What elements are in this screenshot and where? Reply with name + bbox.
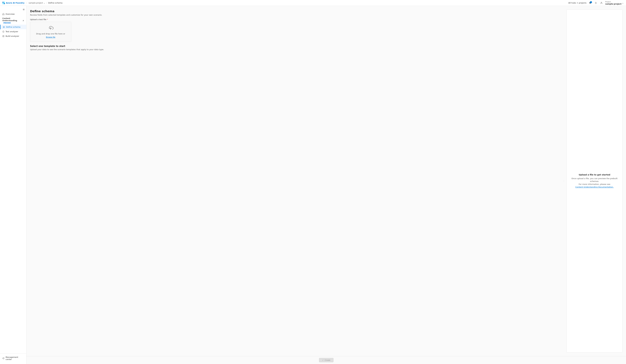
- sidebar-toggle: ⊞: [0, 7, 26, 12]
- person-icon: [600, 2, 603, 4]
- breadcrumb-project[interactable]: sample-project ⌄: [29, 2, 45, 4]
- project-dropdown[interactable]: Project sample-project ⌄: [605, 1, 624, 5]
- template-subtitle: Upload your data to see the scenario tem…: [30, 48, 564, 51]
- all-hubs-link[interactable]: All hubs + projects: [568, 2, 587, 4]
- main-content: Define schema Review fields from selecte…: [27, 6, 626, 364]
- define-schema-label: Define schema: [6, 26, 20, 28]
- breadcrumb-current: Define schema: [48, 2, 62, 4]
- create-button[interactable]: ✓ Create: [319, 358, 333, 362]
- page-title: Define schema: [30, 9, 564, 13]
- build-analyzer-label: Build analyzer: [6, 35, 19, 37]
- management-center-item[interactable]: Management center: [0, 355, 26, 362]
- project-info: Project sample-project: [605, 1, 622, 5]
- svg-rect-1: [4, 2, 5, 3]
- user-icon-btn[interactable]: [599, 1, 603, 5]
- sidebar-item-test-analyzer[interactable]: Test analyzer: [0, 29, 26, 34]
- notification-icon[interactable]: 1: [588, 1, 592, 5]
- home-icon: [2, 13, 4, 15]
- svg-rect-2: [2, 3, 3, 4]
- create-check-icon: ✓: [322, 359, 324, 361]
- browse-file-button[interactable]: Browse file: [46, 36, 55, 38]
- breadcrumb-sep-1: /: [26, 2, 27, 4]
- app-logo[interactable]: Azure AI Foundry: [2, 2, 24, 4]
- sidebar-item-build-analyzer[interactable]: Build analyzer: [0, 34, 26, 38]
- section-header-text: Content Understanding PREVIEW: [2, 17, 23, 24]
- main-inner: Define schema Review fields from selecte…: [27, 6, 626, 356]
- upload-drag-text: Drag and drop one file here or: [36, 33, 65, 35]
- content-understanding-section[interactable]: Content Understanding PREVIEW ∧: [0, 16, 26, 25]
- sidebar-toggle-button[interactable]: ⊞: [22, 8, 25, 11]
- build-icon: [2, 35, 4, 37]
- notification-badge: 1: [590, 1, 592, 3]
- template-section-title: Select one template to start: [30, 45, 564, 47]
- breadcrumb-chevron: ⌄: [43, 2, 45, 4]
- test-icon: [2, 31, 4, 33]
- svg-rect-3: [4, 3, 5, 4]
- schema-icon: [3, 26, 5, 28]
- svg-point-5: [601, 2, 602, 3]
- main-footer: ✓ Create: [27, 356, 626, 364]
- section-chevron-icon: ∧: [23, 19, 24, 22]
- breadcrumb: sample-project ⌄ / Define schema: [29, 2, 62, 4]
- app-name: Azure AI Foundry: [6, 2, 24, 4]
- svg-point-4: [595, 2, 596, 3]
- svg-rect-8: [3, 358, 4, 359]
- documentation-link[interactable]: Content Understanding Documentation.: [575, 186, 614, 188]
- gear-icon: [595, 2, 597, 4]
- sidebar-item-overview[interactable]: Overview: [0, 12, 26, 16]
- right-panel-desc: Once upload a file, you can preview the …: [570, 177, 619, 189]
- upload-dropzone[interactable]: Drag and drop one file here or Browse fi…: [30, 22, 71, 42]
- settings-icon-btn[interactable]: [594, 1, 598, 5]
- topbar-right: All hubs + projects 1: [568, 1, 624, 5]
- dropdown-chevron-icon: ⌄: [622, 2, 624, 4]
- test-analyzer-label: Test analyzer: [6, 31, 18, 33]
- logo-icon: [2, 2, 5, 4]
- sidebar-item-define-schema[interactable]: Define schema: [0, 25, 26, 29]
- overview-label: Overview: [6, 13, 15, 15]
- left-panel: Define schema Review fields from selecte…: [30, 9, 564, 353]
- sidebar: ⊞ Overview Content Understanding PREVIEW…: [0, 6, 27, 364]
- panel-divider: ⋮: [564, 9, 564, 353]
- app-body: ⊞ Overview Content Understanding PREVIEW…: [0, 6, 626, 364]
- topbar-icons: 1: [588, 1, 603, 5]
- breadcrumb-sep-2: /: [46, 2, 47, 4]
- right-panel-title: Upload a file to get started: [579, 173, 610, 176]
- management-center-label: Management center: [6, 356, 24, 361]
- right-panel: Upload a file to get started Once upload…: [567, 9, 623, 353]
- upload-cloud-icon: [48, 26, 54, 32]
- upload-label: Upload a test file *: [30, 18, 564, 21]
- svg-rect-0: [2, 2, 3, 3]
- required-star: *: [47, 18, 48, 21]
- management-icon: [2, 357, 4, 359]
- topbar: Azure AI Foundry / sample-project ⌄ / De…: [0, 0, 626, 6]
- page-subtitle: Review fields from selected template and…: [30, 14, 564, 16]
- sidebar-bottom: Management center: [0, 354, 26, 363]
